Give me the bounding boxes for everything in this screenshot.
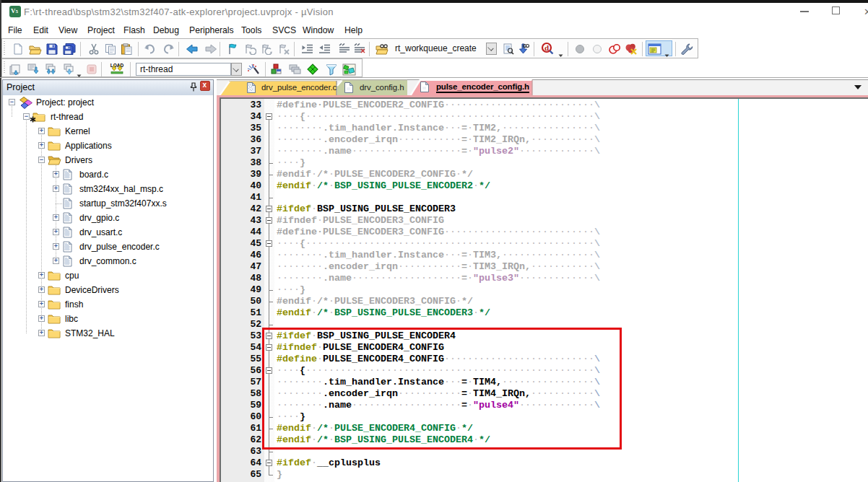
svg-text:LOAD: LOAD: [110, 63, 124, 68]
svg-text:d: d: [544, 43, 549, 52]
